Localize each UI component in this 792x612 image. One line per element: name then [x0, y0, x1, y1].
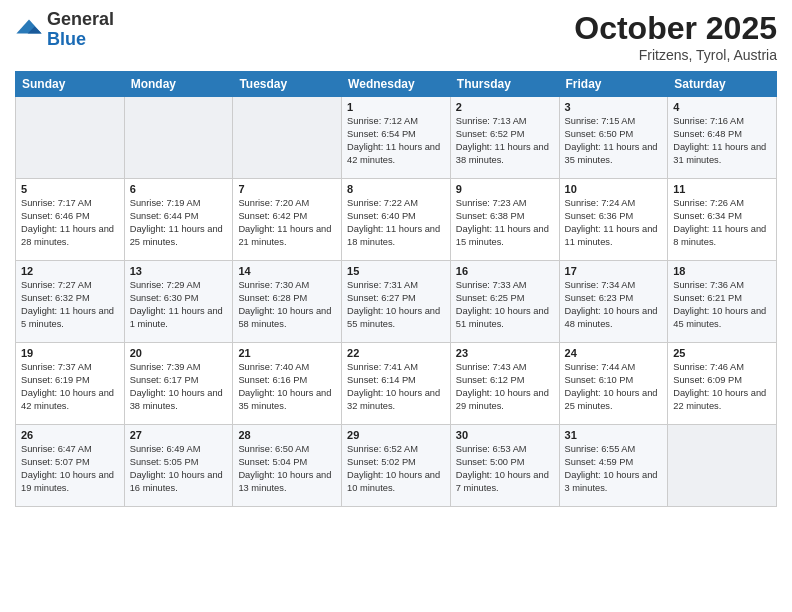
daylight-text: Daylight: 10 hours and 16 minutes. [130, 470, 223, 493]
calendar-cell: 6 Sunrise: 7:19 AM Sunset: 6:44 PM Dayli… [124, 179, 233, 261]
daylight-text: Daylight: 10 hours and 45 minutes. [673, 306, 766, 329]
sunrise-text: Sunrise: 7:24 AM [565, 198, 636, 208]
sunset-text: Sunset: 6:40 PM [347, 211, 416, 221]
day-info: Sunrise: 6:53 AM Sunset: 5:00 PM Dayligh… [456, 443, 554, 495]
day-info: Sunrise: 7:39 AM Sunset: 6:17 PM Dayligh… [130, 361, 228, 413]
sunset-text: Sunset: 6:44 PM [130, 211, 199, 221]
sunset-text: Sunset: 6:30 PM [130, 293, 199, 303]
calendar-cell: 14 Sunrise: 7:30 AM Sunset: 6:28 PM Dayl… [233, 261, 342, 343]
daylight-text: Daylight: 10 hours and 32 minutes. [347, 388, 440, 411]
day-info: Sunrise: 7:13 AM Sunset: 6:52 PM Dayligh… [456, 115, 554, 167]
sunrise-text: Sunrise: 6:52 AM [347, 444, 418, 454]
day-number: 6 [130, 183, 228, 195]
sunrise-text: Sunrise: 6:49 AM [130, 444, 201, 454]
header-tuesday: Tuesday [233, 72, 342, 97]
daylight-text: Daylight: 11 hours and 35 minutes. [565, 142, 658, 165]
day-number: 5 [21, 183, 119, 195]
sunrise-text: Sunrise: 7:20 AM [238, 198, 309, 208]
calendar-cell [124, 97, 233, 179]
day-number: 7 [238, 183, 336, 195]
header-thursday: Thursday [450, 72, 559, 97]
calendar-cell [668, 425, 777, 507]
sunset-text: Sunset: 6:25 PM [456, 293, 525, 303]
sunset-text: Sunset: 5:00 PM [456, 457, 525, 467]
daylight-text: Daylight: 11 hours and 18 minutes. [347, 224, 440, 247]
day-number: 20 [130, 347, 228, 359]
title-block: October 2025 Fritzens, Tyrol, Austria [574, 10, 777, 63]
sunrise-text: Sunrise: 7:27 AM [21, 280, 92, 290]
day-info: Sunrise: 7:19 AM Sunset: 6:44 PM Dayligh… [130, 197, 228, 249]
calendar-cell: 19 Sunrise: 7:37 AM Sunset: 6:19 PM Dayl… [16, 343, 125, 425]
sunrise-text: Sunrise: 7:17 AM [21, 198, 92, 208]
sunrise-text: Sunrise: 6:50 AM [238, 444, 309, 454]
daylight-text: Daylight: 10 hours and 3 minutes. [565, 470, 658, 493]
day-number: 21 [238, 347, 336, 359]
sunrise-text: Sunrise: 7:13 AM [456, 116, 527, 126]
header: General Blue October 2025 Fritzens, Tyro… [15, 10, 777, 63]
daylight-text: Daylight: 11 hours and 31 minutes. [673, 142, 766, 165]
daylight-text: Daylight: 11 hours and 5 minutes. [21, 306, 114, 329]
day-number: 9 [456, 183, 554, 195]
sunrise-text: Sunrise: 7:16 AM [673, 116, 744, 126]
sunset-text: Sunset: 6:27 PM [347, 293, 416, 303]
day-info: Sunrise: 7:33 AM Sunset: 6:25 PM Dayligh… [456, 279, 554, 331]
day-info: Sunrise: 7:27 AM Sunset: 6:32 PM Dayligh… [21, 279, 119, 331]
day-info: Sunrise: 7:34 AM Sunset: 6:23 PM Dayligh… [565, 279, 663, 331]
day-info: Sunrise: 7:31 AM Sunset: 6:27 PM Dayligh… [347, 279, 445, 331]
daylight-text: Daylight: 11 hours and 28 minutes. [21, 224, 114, 247]
day-number: 31 [565, 429, 663, 441]
sunrise-text: Sunrise: 6:53 AM [456, 444, 527, 454]
calendar-week-3: 12 Sunrise: 7:27 AM Sunset: 6:32 PM Dayl… [16, 261, 777, 343]
daylight-text: Daylight: 10 hours and 19 minutes. [21, 470, 114, 493]
sunset-text: Sunset: 6:48 PM [673, 129, 742, 139]
day-info: Sunrise: 7:16 AM Sunset: 6:48 PM Dayligh… [673, 115, 771, 167]
sunrise-text: Sunrise: 7:34 AM [565, 280, 636, 290]
day-number: 23 [456, 347, 554, 359]
day-info: Sunrise: 7:43 AM Sunset: 6:12 PM Dayligh… [456, 361, 554, 413]
sunset-text: Sunset: 6:10 PM [565, 375, 634, 385]
calendar-cell: 20 Sunrise: 7:39 AM Sunset: 6:17 PM Dayl… [124, 343, 233, 425]
day-info: Sunrise: 7:15 AM Sunset: 6:50 PM Dayligh… [565, 115, 663, 167]
day-number: 29 [347, 429, 445, 441]
day-number: 19 [21, 347, 119, 359]
sunset-text: Sunset: 5:04 PM [238, 457, 307, 467]
sunset-text: Sunset: 6:16 PM [238, 375, 307, 385]
daylight-text: Daylight: 10 hours and 51 minutes. [456, 306, 549, 329]
location-subtitle: Fritzens, Tyrol, Austria [574, 47, 777, 63]
sunrise-text: Sunrise: 6:47 AM [21, 444, 92, 454]
day-number: 22 [347, 347, 445, 359]
sunset-text: Sunset: 6:34 PM [673, 211, 742, 221]
day-info: Sunrise: 6:47 AM Sunset: 5:07 PM Dayligh… [21, 443, 119, 495]
day-info: Sunrise: 7:12 AM Sunset: 6:54 PM Dayligh… [347, 115, 445, 167]
sunset-text: Sunset: 6:19 PM [21, 375, 90, 385]
calendar-cell: 4 Sunrise: 7:16 AM Sunset: 6:48 PM Dayli… [668, 97, 777, 179]
calendar-cell: 27 Sunrise: 6:49 AM Sunset: 5:05 PM Dayl… [124, 425, 233, 507]
daylight-text: Daylight: 10 hours and 58 minutes. [238, 306, 331, 329]
sunrise-text: Sunrise: 7:26 AM [673, 198, 744, 208]
logo-icon [15, 16, 43, 44]
calendar-cell: 16 Sunrise: 7:33 AM Sunset: 6:25 PM Dayl… [450, 261, 559, 343]
sunrise-text: Sunrise: 7:31 AM [347, 280, 418, 290]
day-number: 27 [130, 429, 228, 441]
month-title: October 2025 [574, 10, 777, 47]
day-info: Sunrise: 6:52 AM Sunset: 5:02 PM Dayligh… [347, 443, 445, 495]
daylight-text: Daylight: 10 hours and 25 minutes. [565, 388, 658, 411]
daylight-text: Daylight: 11 hours and 42 minutes. [347, 142, 440, 165]
calendar-week-5: 26 Sunrise: 6:47 AM Sunset: 5:07 PM Dayl… [16, 425, 777, 507]
logo-text: General Blue [47, 10, 114, 50]
sunset-text: Sunset: 6:09 PM [673, 375, 742, 385]
calendar-week-4: 19 Sunrise: 7:37 AM Sunset: 6:19 PM Dayl… [16, 343, 777, 425]
calendar-cell: 25 Sunrise: 7:46 AM Sunset: 6:09 PM Dayl… [668, 343, 777, 425]
calendar-cell: 28 Sunrise: 6:50 AM Sunset: 5:04 PM Dayl… [233, 425, 342, 507]
day-info: Sunrise: 7:23 AM Sunset: 6:38 PM Dayligh… [456, 197, 554, 249]
sunrise-text: Sunrise: 6:55 AM [565, 444, 636, 454]
sunrise-text: Sunrise: 7:30 AM [238, 280, 309, 290]
sunset-text: Sunset: 6:38 PM [456, 211, 525, 221]
day-info: Sunrise: 7:17 AM Sunset: 6:46 PM Dayligh… [21, 197, 119, 249]
day-info: Sunrise: 6:49 AM Sunset: 5:05 PM Dayligh… [130, 443, 228, 495]
calendar-cell: 23 Sunrise: 7:43 AM Sunset: 6:12 PM Dayl… [450, 343, 559, 425]
day-info: Sunrise: 7:30 AM Sunset: 6:28 PM Dayligh… [238, 279, 336, 331]
sunrise-text: Sunrise: 7:33 AM [456, 280, 527, 290]
daylight-text: Daylight: 10 hours and 48 minutes. [565, 306, 658, 329]
sunrise-text: Sunrise: 7:40 AM [238, 362, 309, 372]
